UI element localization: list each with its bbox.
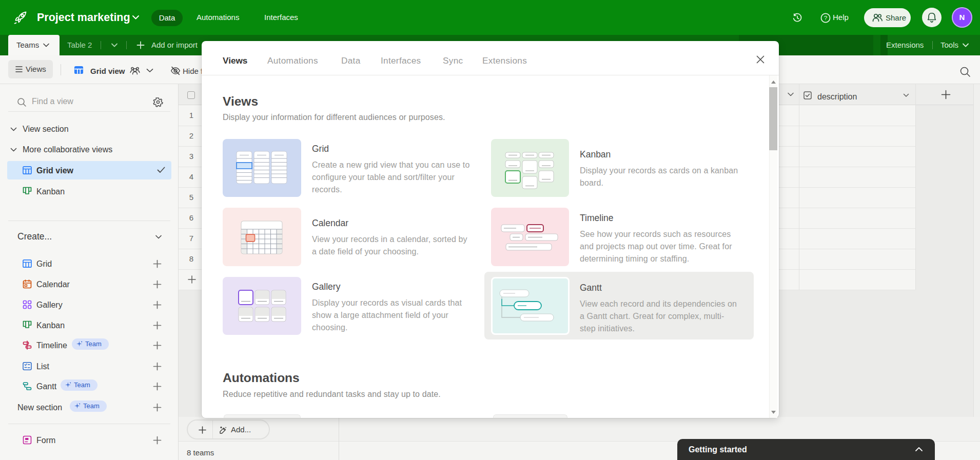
svg-text:?: ?: [824, 14, 828, 22]
